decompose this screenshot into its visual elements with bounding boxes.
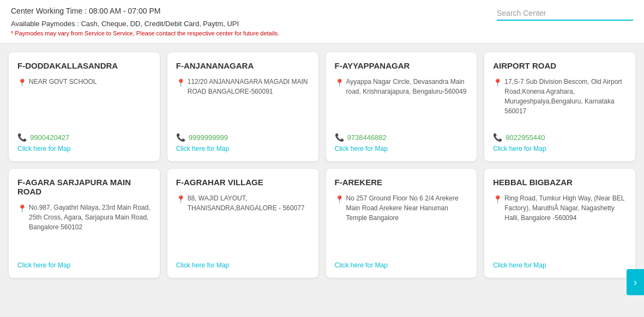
map-link[interactable]: Click here for Map xyxy=(176,261,310,269)
card-title: F-DODDAKALLASANDRA xyxy=(17,61,151,70)
working-time: Center Working Time : 08:00 AM - 07:00 P… xyxy=(11,7,486,15)
phone-number: 8022955440 xyxy=(505,133,545,142)
card-item: F-DODDAKALLASANDRA 📍 NEAR GOVT SCHOOL 📞 … xyxy=(9,52,160,161)
phone-row: 📞 9999999999 xyxy=(176,133,310,142)
card-item: F-AYYAPPANAGAR 📍 Ayyappa Nagar Circle, D… xyxy=(326,52,477,161)
search-area xyxy=(486,7,633,21)
card-address: 📍 No 257 Ground Floor No 6 2/4 Arekere M… xyxy=(335,193,468,255)
map-link[interactable]: Click here for Map xyxy=(17,261,151,269)
card-item: F-AGRAHAR VILLAGE 📍 88, WAJID LAYOUT, TH… xyxy=(167,169,318,278)
paymodes: Available Paymodes : Cash, Cheque, DD, C… xyxy=(11,20,486,28)
phone-row: 📞 9900420427 xyxy=(17,133,151,142)
scroll-right-button[interactable]: › xyxy=(627,269,644,286)
phone-row: 📞 8022955440 xyxy=(493,133,627,142)
card-address: 📍 112/20 ANJANANAGARA MAGADI MAIN ROAD B… xyxy=(176,77,310,126)
card-address: 📍 Ring Road, Tumkur High Way, (Near BEL … xyxy=(493,193,627,255)
card-item: HEBBAL BIGBAZAR 📍 Ring Road, Tumkur High… xyxy=(484,169,635,278)
location-icon: 📍 xyxy=(176,77,185,89)
map-link[interactable]: Click here for Map xyxy=(335,145,468,153)
map-link[interactable]: Click here for Map xyxy=(493,261,627,269)
phone-number: 9900420427 xyxy=(30,133,69,142)
phone-icon: 📞 xyxy=(335,133,344,142)
card-title: F-AYYAPPANAGAR xyxy=(335,61,468,70)
location-icon: 📍 xyxy=(176,194,185,205)
card-address: 📍 NEAR GOVT SCHOOL xyxy=(17,77,151,126)
card-title: F-AREKERE xyxy=(335,178,468,187)
card-title: HEBBAL BIGBAZAR xyxy=(493,178,627,187)
card-title: F-AGARA SARJAPURA MAIN ROAD xyxy=(17,178,151,196)
phone-icon: 📞 xyxy=(17,133,27,142)
phone-number: 9999999999 xyxy=(189,133,228,142)
location-icon: 📍 xyxy=(493,77,502,89)
phone-icon: 📞 xyxy=(176,133,185,142)
card-address: 📍 17,S-7 Sub Division Bescom, Old Airpor… xyxy=(493,77,627,126)
card-item: F-ANJANANAGARA 📍 112/20 ANJANANAGARA MAG… xyxy=(167,52,318,161)
phone-row: 📞 9738446882 xyxy=(335,133,468,142)
card-title: F-AGRAHAR VILLAGE xyxy=(176,178,310,187)
location-icon: 📍 xyxy=(17,77,27,89)
location-icon: 📍 xyxy=(493,194,502,205)
card-address: 📍 No.987, Gayathri Nilaya, 23rd Main Roa… xyxy=(17,203,151,255)
card-address: 📍 Ayyappa Nagar Circle, Devasandra Main … xyxy=(335,77,468,126)
card-item: AIRPORT ROAD 📍 17,S-7 Sub Division Besco… xyxy=(484,52,635,161)
phone-number: 9738446882 xyxy=(347,133,387,142)
card-title: AIRPORT ROAD xyxy=(493,61,627,70)
card-item: F-AREKERE 📍 No 257 Ground Floor No 6 2/4… xyxy=(326,169,477,278)
map-link[interactable]: Click here for Map xyxy=(17,145,151,153)
map-link[interactable]: Click here for Map xyxy=(176,145,310,153)
search-input[interactable] xyxy=(497,7,633,21)
cards-grid: F-DODDAKALLASANDRA 📍 NEAR GOVT SCHOOL 📞 … xyxy=(0,44,644,286)
paymodes-note: * Paymodes may vary from Service to Serv… xyxy=(11,30,486,36)
card-address: 📍 88, WAJID LAYOUT, THANISANDRA,BANGALOR… xyxy=(176,193,310,255)
top-bar: Center Working Time : 08:00 AM - 07:00 P… xyxy=(0,0,644,44)
top-bar-info: Center Working Time : 08:00 AM - 07:00 P… xyxy=(11,7,486,36)
location-icon: 📍 xyxy=(335,77,344,89)
map-link[interactable]: Click here for Map xyxy=(335,261,468,269)
map-link[interactable]: Click here for Map xyxy=(493,145,627,153)
location-icon: 📍 xyxy=(335,194,344,205)
location-icon: 📍 xyxy=(17,203,27,215)
phone-icon: 📞 xyxy=(493,133,502,142)
card-title: F-ANJANANAGARA xyxy=(176,61,310,70)
card-item: F-AGARA SARJAPURA MAIN ROAD 📍 No.987, Ga… xyxy=(9,169,160,278)
